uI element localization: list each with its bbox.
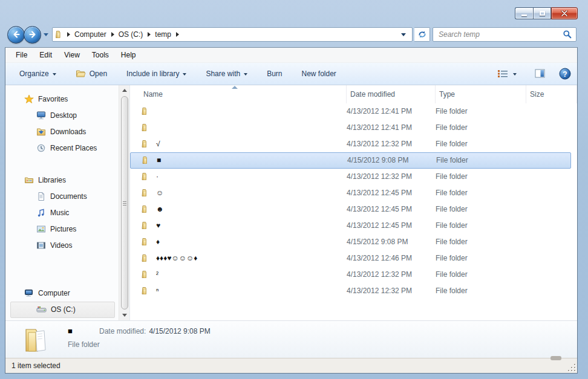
navigation-pane: Favorites Desktop Downloads [5, 85, 130, 321]
sidebar-item-videos[interactable]: Videos [5, 238, 119, 254]
breadcrumb-label[interactable]: OS (C:) [119, 30, 143, 39]
table-row[interactable]: 4/13/2012 12:41 PM File folder [130, 103, 577, 120]
file-type: File folder [436, 123, 526, 132]
file-type: File folder [436, 140, 526, 148]
pictures-icon [36, 224, 46, 234]
sidebar-group-label[interactable]: Libraries [38, 176, 66, 184]
search-input[interactable]: Search temp [433, 27, 577, 42]
help-button[interactable]: ? [558, 66, 572, 81]
breadcrumb-item-computer[interactable]: Computer [65, 28, 109, 41]
breadcrumb-label[interactable]: Computer [74, 30, 106, 39]
selected-item-type: File folder [68, 340, 211, 349]
restore-button[interactable] [533, 7, 551, 19]
back-button[interactable] [7, 26, 25, 44]
column-header-type[interactable]: Type [436, 85, 526, 103]
minimize-button[interactable] [515, 7, 533, 19]
table-row[interactable]: ♦ 4/15/2012 9:08 PM File folder [130, 234, 577, 250]
arrow-down-icon [122, 314, 127, 317]
scrollbar-up-button[interactable] [120, 85, 129, 96]
table-row[interactable]: 4/13/2012 12:41 PM File folder [130, 120, 577, 136]
search-icon[interactable] [563, 30, 572, 39]
file-date: 4/13/2012 12:41 PM [347, 107, 436, 115]
sidebar-item-label[interactable]: Documents [50, 192, 87, 201]
open-button[interactable]: Open [70, 66, 113, 81]
table-row[interactable]: √ 4/13/2012 12:32 PM File folder [130, 136, 577, 152]
table-row[interactable]: ♥ 4/13/2012 12:45 PM File folder [130, 218, 577, 234]
menu-tools[interactable]: Tools [87, 49, 114, 61]
main-area: Favorites Desktop Downloads [5, 85, 577, 321]
include-in-library-button[interactable]: Include in library [121, 66, 192, 81]
sidebar-scrollbar[interactable] [119, 85, 129, 321]
column-header-name[interactable]: Name [141, 85, 347, 103]
breadcrumb-arrow-icon [148, 32, 151, 37]
preview-pane-button[interactable] [529, 66, 550, 81]
new-folder-button[interactable]: New folder [296, 66, 342, 81]
column-header-date-modified[interactable]: Date modified [347, 85, 436, 103]
new-folder-label: New folder [302, 70, 336, 78]
recent-pages-dropdown[interactable] [44, 33, 48, 36]
forward-button[interactable] [24, 26, 41, 44]
sidebar-group-computer[interactable]: Computer [5, 285, 119, 302]
breadcrumb[interactable]: Computer OS (C:) temp [52, 27, 413, 42]
column-header-size[interactable]: Size [526, 85, 577, 103]
table-row-selected[interactable]: ■ 4/15/2012 9:08 PM File folder [130, 152, 571, 169]
scrollbar-down-button[interactable] [120, 310, 129, 320]
table-row[interactable]: ☻ 4/13/2012 12:45 PM File folder [130, 201, 577, 218]
menu-view[interactable]: View [59, 49, 85, 61]
details-pane-resize-handle[interactable] [550, 356, 561, 360]
selection-status-text: 1 item selected [11, 361, 60, 370]
table-row[interactable]: · 4/13/2012 12:32 PM File folder [130, 169, 577, 185]
sidebar-item-os-c[interactable]: OS (C:) [10, 302, 115, 318]
breadcrumb-arrow-icon [176, 32, 179, 37]
sidebar-item-label[interactable]: Videos [50, 241, 72, 250]
file-type: File folder [436, 107, 526, 115]
close-button[interactable] [551, 7, 578, 19]
menu-edit[interactable]: Edit [34, 49, 57, 61]
breadcrumb-item-trailing[interactable] [174, 28, 181, 41]
table-row[interactable]: ² 4/13/2012 12:32 PM File folder [130, 267, 577, 283]
menu-help[interactable]: Help [116, 49, 142, 61]
scrollbar-thumb[interactable] [121, 96, 128, 310]
file-name: ♦ [156, 238, 160, 246]
sidebar-item-documents[interactable]: Documents [5, 189, 119, 205]
window-resize-grip[interactable] [567, 363, 576, 372]
sidebar-item-music[interactable]: Music [5, 205, 119, 221]
details-text: ■ Date modified: 4/15/2012 9:08 PM File … [68, 326, 211, 349]
burn-button[interactable]: Burn [261, 66, 287, 81]
file-type: File folder [436, 172, 526, 181]
sidebar-item-label[interactable]: Downloads [50, 128, 86, 136]
preview-pane-icon [535, 69, 545, 78]
sidebar-item-recent-places[interactable]: Recent Places [5, 140, 119, 157]
sidebar-item-label[interactable]: Recent Places [50, 144, 97, 152]
sidebar-item-downloads[interactable]: Downloads [5, 124, 119, 140]
address-dropdown-caret[interactable] [401, 33, 406, 36]
arrow-up-icon [122, 89, 127, 92]
refresh-button[interactable] [414, 27, 430, 42]
sidebar-item-label[interactable]: Music [50, 209, 69, 217]
file-date: 4/13/2012 12:41 PM [347, 123, 436, 132]
file-rows: 4/13/2012 12:41 PM File folder 4/13/2012… [130, 103, 577, 299]
file-type: File folder [436, 205, 526, 213]
file-list: Name Date modified Type Size 4/13/2012 1… [130, 85, 577, 321]
sidebar-item-desktop[interactable]: Desktop [5, 108, 119, 124]
table-row[interactable]: ☺ 4/13/2012 12:45 PM File folder [130, 185, 577, 201]
table-row[interactable]: ♦♦♦♥☺☺☺♦ 4/13/2012 12:46 PM File folder [130, 250, 577, 267]
breadcrumb-item-os-c[interactable]: OS (C:) [109, 28, 146, 41]
breadcrumb-label[interactable]: temp [155, 30, 171, 39]
breadcrumb-item-temp[interactable]: temp [145, 28, 174, 41]
sidebar-item-label[interactable]: OS (C:) [51, 305, 76, 314]
change-view-button[interactable] [492, 66, 522, 81]
organize-button[interactable]: Organize [14, 66, 62, 81]
sidebar-item-label[interactable]: Desktop [50, 111, 77, 120]
title-bar[interactable] [5, 0, 578, 24]
menu-file[interactable]: File [10, 49, 33, 61]
sidebar-group-label[interactable]: Favorites [38, 95, 68, 103]
share-with-button[interactable]: Share with [200, 66, 253, 81]
chevron-down-icon [513, 73, 517, 76]
table-row[interactable]: ⁿ 4/13/2012 12:32 PM File folder [130, 283, 577, 299]
sidebar-item-pictures[interactable]: Pictures [5, 221, 119, 238]
sidebar-item-label[interactable]: Pictures [50, 225, 76, 233]
sidebar-group-libraries[interactable]: Libraries [5, 172, 119, 189]
sidebar-group-label[interactable]: Computer [38, 289, 70, 297]
sidebar-group-favorites[interactable]: Favorites [5, 91, 119, 108]
